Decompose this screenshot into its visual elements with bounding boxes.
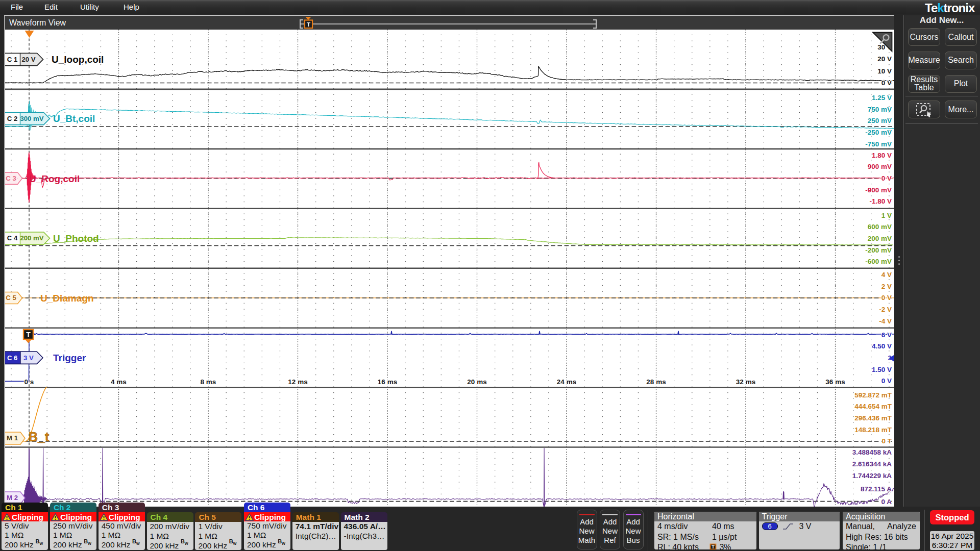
svg-text:T: T [307, 21, 310, 28]
svg-text:1 V: 1 V [881, 212, 892, 219]
svg-text:0 V: 0 V [881, 174, 892, 182]
svg-text:2.616344 kA: 2.616344 kA [852, 460, 892, 468]
svg-text:0 V: 0 V [881, 294, 892, 302]
svg-text:20 ms: 20 ms [467, 378, 486, 386]
svg-text:12 ms: 12 ms [288, 378, 307, 386]
svg-text:C 2: C 2 [7, 115, 18, 122]
svg-text:2 V: 2 V [881, 283, 892, 290]
svg-text:U_Diamagn: U_Diamagn [40, 293, 94, 304]
svg-text:32 ms: 32 ms [736, 378, 755, 386]
svg-text:T: T [712, 544, 715, 549]
svg-text:1.50 V: 1.50 V [872, 366, 892, 373]
svg-text:-200 mV: -200 mV [865, 246, 892, 254]
svg-text:444.654 mT: 444.654 mT [854, 403, 892, 410]
svg-text:4 V: 4 V [881, 271, 892, 279]
svg-text:872.115 A: 872.115 A [861, 485, 892, 493]
svg-text:200 mV: 200 mV [20, 234, 43, 242]
svg-text:6 V: 6 V [881, 331, 892, 339]
svg-text:28 ms: 28 ms [646, 378, 666, 386]
svg-text:T: T [26, 331, 31, 339]
svg-text:-1.80 V: -1.80 V [869, 197, 892, 205]
svg-text:U_Photod: U_Photod [53, 233, 99, 244]
svg-text:-2 V: -2 V [879, 306, 892, 313]
svg-text:U_Bt,coil: U_Bt,coil [53, 113, 95, 124]
svg-text:0 A: 0 A [881, 498, 892, 506]
svg-text:4.50 V: 4.50 V [872, 342, 892, 350]
svg-text:Trigger: Trigger [53, 353, 86, 363]
svg-text:10 V: 10 V [877, 67, 892, 75]
svg-text:600 mV: 600 mV [868, 223, 892, 231]
svg-text:C 1: C 1 [7, 56, 18, 63]
svg-text:300 mV: 300 mV [20, 115, 43, 122]
svg-text:3.488458 kA: 3.488458 kA [852, 448, 892, 456]
svg-text:M 2: M 2 [7, 494, 18, 502]
svg-text:3 V: 3 V [23, 354, 34, 362]
svg-text:16 ms: 16 ms [378, 378, 397, 386]
svg-text:1.25 V: 1.25 V [872, 94, 892, 102]
svg-text:U_loop,coil: U_loop,coil [52, 54, 104, 65]
svg-text:8 ms: 8 ms [201, 378, 216, 386]
svg-text:-4 V: -4 V [879, 317, 892, 325]
svg-text:900 mV: 900 mV [868, 163, 892, 170]
svg-text:U_Rog,coil: U_Rog,coil [29, 173, 80, 184]
svg-text:-750 mV: -750 mV [865, 140, 892, 148]
svg-text:36 ms: 36 ms [825, 378, 845, 386]
svg-text:0 T: 0 T [881, 437, 892, 445]
svg-text:4 ms: 4 ms [111, 378, 127, 386]
svg-text:-250 mV: -250 mV [865, 129, 892, 136]
svg-text:1.744229 kA: 1.744229 kA [852, 472, 892, 480]
svg-text:B_t: B_t [29, 430, 50, 444]
svg-text:C 5: C 5 [6, 294, 16, 302]
svg-text:750 mV: 750 mV [868, 106, 892, 113]
svg-text:0 V: 0 V [881, 377, 892, 385]
svg-text:C 3: C 3 [6, 174, 16, 182]
svg-text:592.872 mT: 592.872 mT [854, 391, 892, 399]
svg-text:20 V: 20 V [877, 55, 892, 63]
svg-text:20 V: 20 V [21, 56, 35, 63]
svg-text:250 mV: 250 mV [868, 117, 892, 124]
svg-text:C 4: C 4 [7, 234, 18, 242]
svg-text:C 6: C 6 [7, 354, 18, 362]
svg-text:296.436 mT: 296.436 mT [854, 414, 892, 422]
svg-text:24 ms: 24 ms [557, 378, 576, 386]
svg-text:148.218 mT: 148.218 mT [854, 426, 892, 434]
svg-text:0 V: 0 V [881, 79, 892, 87]
svg-text:0 s: 0 s [24, 378, 34, 386]
svg-text:-900 mV: -900 mV [865, 186, 892, 194]
svg-text:1.80 V: 1.80 V [872, 152, 892, 159]
svg-text:200 mV: 200 mV [868, 235, 892, 242]
svg-text:M 1: M 1 [7, 434, 18, 442]
svg-text:-600 mV: -600 mV [865, 258, 892, 265]
